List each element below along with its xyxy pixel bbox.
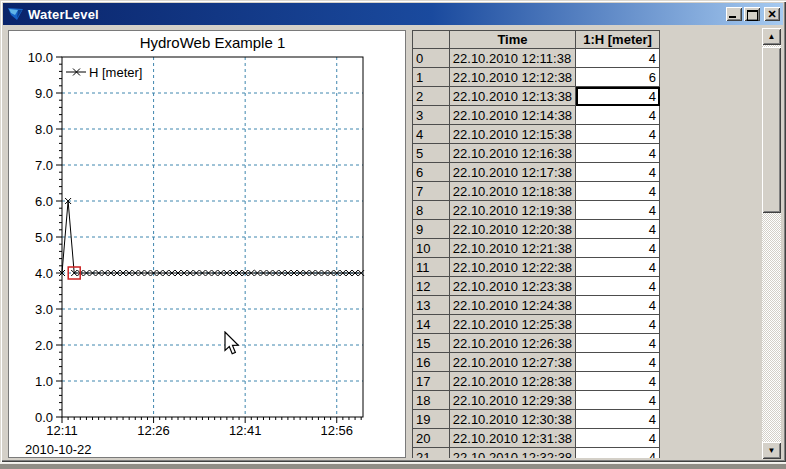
time-cell[interactable]: 22.10.2010 12:25:38 xyxy=(449,315,575,334)
value-cell[interactable]: 4 xyxy=(576,220,660,239)
value-cell[interactable]: 4 xyxy=(576,410,660,429)
chart-text: 12:41 xyxy=(229,423,262,438)
value-cell[interactable]: 4 xyxy=(576,125,660,144)
time-cell[interactable]: 22.10.2010 12:19:38 xyxy=(449,201,575,220)
value-cell[interactable]: 6 xyxy=(576,68,660,87)
value-cell[interactable]: 4 xyxy=(576,334,660,353)
time-cell[interactable]: 22.10.2010 12:12:38 xyxy=(449,68,575,87)
value-cell[interactable]: 4 xyxy=(576,144,660,163)
row-index-cell[interactable]: 16 xyxy=(413,353,450,372)
row-index-cell[interactable]: 4 xyxy=(413,125,450,144)
row-index-cell[interactable]: 13 xyxy=(413,296,450,315)
table-row: 522.10.2010 12:16:384 xyxy=(413,144,660,163)
row-index-cell[interactable]: 7 xyxy=(413,182,450,201)
time-cell[interactable]: 22.10.2010 12:26:38 xyxy=(449,334,575,353)
header-index[interactable] xyxy=(413,31,450,49)
time-cell[interactable]: 22.10.2010 12:14:38 xyxy=(449,106,575,125)
header-value[interactable]: 1:H [meter] xyxy=(576,31,660,49)
time-cell[interactable]: 22.10.2010 12:16:38 xyxy=(449,144,575,163)
value-cell[interactable]: 4 xyxy=(576,372,660,391)
time-cell[interactable]: 22.10.2010 12:13:38 xyxy=(449,87,575,106)
value-cell[interactable]: 4 xyxy=(576,315,660,334)
row-index-cell[interactable]: 17 xyxy=(413,372,450,391)
table-row: 722.10.2010 12:18:384 xyxy=(413,182,660,201)
value-cell[interactable]: 4 xyxy=(576,429,660,448)
chart-text: 8.0 xyxy=(35,122,53,137)
row-index-cell[interactable]: 14 xyxy=(413,315,450,334)
time-cell[interactable]: 22.10.2010 12:23:38 xyxy=(449,277,575,296)
time-cell[interactable]: 22.10.2010 12:22:38 xyxy=(449,258,575,277)
minimize-button[interactable] xyxy=(726,7,742,21)
chart-panel[interactable]: 0.01.02.03.04.05.06.07.08.09.010.012:111… xyxy=(8,30,406,458)
title-bar[interactable]: WaterLevel ✕ xyxy=(3,3,783,25)
value-cell[interactable]: 4 xyxy=(576,277,660,296)
value-cell[interactable]: 4 xyxy=(576,353,660,372)
chart-svg[interactable]: 0.01.02.03.04.05.06.07.08.09.010.012:111… xyxy=(9,31,405,457)
table-row: 422.10.2010 12:15:384 xyxy=(413,125,660,144)
value-cell[interactable]: 4 xyxy=(576,106,660,125)
table-row: 622.10.2010 12:17:384 xyxy=(413,163,660,182)
row-index-cell[interactable]: 2 xyxy=(413,87,450,106)
time-cell[interactable]: 22.10.2010 12:29:38 xyxy=(449,391,575,410)
value-cell[interactable]: 4 xyxy=(576,448,660,459)
time-cell[interactable]: 22.10.2010 12:27:38 xyxy=(449,353,575,372)
time-cell[interactable]: 22.10.2010 12:18:38 xyxy=(449,182,575,201)
row-index-cell[interactable]: 10 xyxy=(413,239,450,258)
row-index-cell[interactable]: 11 xyxy=(413,258,450,277)
value-cell[interactable]: 4 xyxy=(576,296,660,315)
value-cell[interactable]: 4 xyxy=(576,258,660,277)
table-row: 1522.10.2010 12:26:384 xyxy=(413,334,660,353)
chart-text: 12:26 xyxy=(137,423,170,438)
value-cell[interactable]: 4 xyxy=(576,49,660,68)
scroll-down-icon[interactable]: ▼ xyxy=(762,442,781,459)
vertical-scrollbar[interactable]: ▲ ▼ xyxy=(762,28,781,459)
value-cell[interactable]: 4 xyxy=(576,391,660,410)
table-body: 022.10.2010 12:11:384122.10.2010 12:12:3… xyxy=(413,49,660,459)
time-cell[interactable]: 22.10.2010 12:15:38 xyxy=(449,125,575,144)
value-cell[interactable]: 4 xyxy=(576,182,660,201)
time-cell[interactable]: 22.10.2010 12:20:38 xyxy=(449,220,575,239)
chart-text: 9.0 xyxy=(35,86,53,101)
table-row: 822.10.2010 12:19:384 xyxy=(413,201,660,220)
time-cell[interactable]: 22.10.2010 12:28:38 xyxy=(449,372,575,391)
row-index-cell[interactable]: 20 xyxy=(413,429,450,448)
row-index-cell[interactable]: 3 xyxy=(413,106,450,125)
value-cell[interactable]: 4 xyxy=(576,201,660,220)
row-index-cell[interactable]: 21 xyxy=(413,448,450,459)
mouse-cursor-icon xyxy=(224,331,242,357)
chart-text: 6.0 xyxy=(35,194,53,209)
value-cell[interactable]: 4 xyxy=(576,239,660,258)
table-row: 022.10.2010 12:11:384 xyxy=(413,49,660,68)
value-cell[interactable]: 4 xyxy=(576,87,660,106)
row-index-cell[interactable]: 0 xyxy=(413,49,450,68)
scrollbar-thumb[interactable] xyxy=(762,47,781,213)
time-cell[interactable]: 22.10.2010 12:21:38 xyxy=(449,239,575,258)
row-index-cell[interactable]: 5 xyxy=(413,144,450,163)
chart-text: 3.0 xyxy=(35,302,53,317)
table-row: 222.10.2010 12:13:384 xyxy=(413,87,660,106)
time-cell[interactable]: 22.10.2010 12:30:38 xyxy=(449,410,575,429)
row-index-cell[interactable]: 8 xyxy=(413,201,450,220)
close-button[interactable]: ✕ xyxy=(764,7,780,21)
row-index-cell[interactable]: 1 xyxy=(413,68,450,87)
row-index-cell[interactable]: 19 xyxy=(413,410,450,429)
value-cell[interactable]: 4 xyxy=(576,163,660,182)
chart-text: 4.0 xyxy=(35,266,53,281)
scroll-up-icon[interactable]: ▲ xyxy=(762,28,781,45)
time-cell[interactable]: 22.10.2010 12:11:38 xyxy=(449,49,575,68)
row-index-cell[interactable]: 6 xyxy=(413,163,450,182)
table-row: 1422.10.2010 12:25:384 xyxy=(413,315,660,334)
chart-text: 7.0 xyxy=(35,158,53,173)
time-cell[interactable]: 22.10.2010 12:24:38 xyxy=(449,296,575,315)
time-cell[interactable]: 22.10.2010 12:31:38 xyxy=(449,429,575,448)
time-cell[interactable]: 22.10.2010 12:32:38 xyxy=(449,448,575,459)
table-row: 1022.10.2010 12:21:384 xyxy=(413,239,660,258)
row-index-cell[interactable]: 15 xyxy=(413,334,450,353)
header-time[interactable]: Time xyxy=(449,31,575,49)
row-index-cell[interactable]: 9 xyxy=(413,220,450,239)
row-index-cell[interactable]: 12 xyxy=(413,277,450,296)
time-cell[interactable]: 22.10.2010 12:17:38 xyxy=(449,163,575,182)
row-index-cell[interactable]: 18 xyxy=(413,391,450,410)
maximize-button[interactable] xyxy=(744,7,760,21)
chart-text: 12:56 xyxy=(320,423,353,438)
